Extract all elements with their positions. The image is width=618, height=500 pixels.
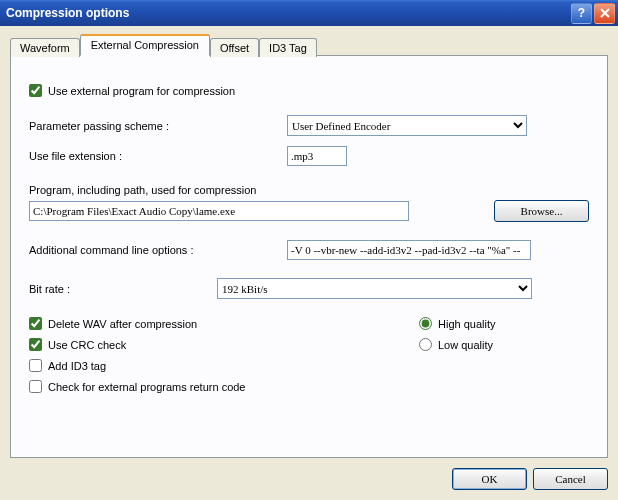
close-icon [599, 7, 611, 19]
tab-external-compression[interactable]: External Compression [80, 34, 210, 56]
bitrate-label: Bit rate : [29, 283, 217, 295]
low-quality-label: Low quality [438, 339, 493, 351]
addl-options-label: Additional command line options : [29, 244, 287, 256]
cancel-button[interactable]: Cancel [533, 468, 608, 490]
dialog-buttons: OK Cancel [10, 458, 608, 490]
param-scheme-label: Parameter passing scheme : [29, 120, 287, 132]
param-scheme-select[interactable]: User Defined Encoder [287, 115, 527, 136]
check-return-label: Check for external programs return code [48, 381, 245, 393]
add-id3-label: Add ID3 tag [48, 360, 106, 372]
tab-panel: Use external program for compression Par… [10, 55, 608, 458]
browse-button[interactable]: Browse... [494, 200, 589, 222]
delete-wav-checkbox[interactable] [29, 317, 42, 330]
high-quality-label: High quality [438, 318, 495, 330]
file-ext-input[interactable] [287, 146, 347, 166]
close-button[interactable] [594, 3, 615, 24]
high-quality-radio[interactable] [419, 317, 432, 330]
bitrate-select[interactable]: 192 kBit/s [217, 278, 532, 299]
use-external-checkbox[interactable] [29, 84, 42, 97]
file-ext-label: Use file extension : [29, 150, 287, 162]
tab-waveform[interactable]: Waveform [10, 38, 80, 57]
program-path-label: Program, including path, used for compre… [29, 184, 589, 196]
delete-wav-label: Delete WAV after compression [48, 318, 197, 330]
program-path-input[interactable] [29, 201, 409, 221]
tab-id3[interactable]: ID3 Tag [259, 38, 317, 57]
titlebar: Compression options ? [0, 0, 618, 26]
use-crc-checkbox[interactable] [29, 338, 42, 351]
low-quality-radio[interactable] [419, 338, 432, 351]
ok-button[interactable]: OK [452, 468, 527, 490]
tab-offset[interactable]: Offset [210, 38, 259, 57]
window-title: Compression options [6, 6, 569, 20]
tab-bar: Waveform External Compression Offset ID3… [10, 34, 608, 56]
add-id3-checkbox[interactable] [29, 359, 42, 372]
help-button[interactable]: ? [571, 3, 592, 24]
check-return-checkbox[interactable] [29, 380, 42, 393]
use-external-label: Use external program for compression [48, 85, 235, 97]
addl-options-input[interactable] [287, 240, 531, 260]
use-crc-label: Use CRC check [48, 339, 126, 351]
